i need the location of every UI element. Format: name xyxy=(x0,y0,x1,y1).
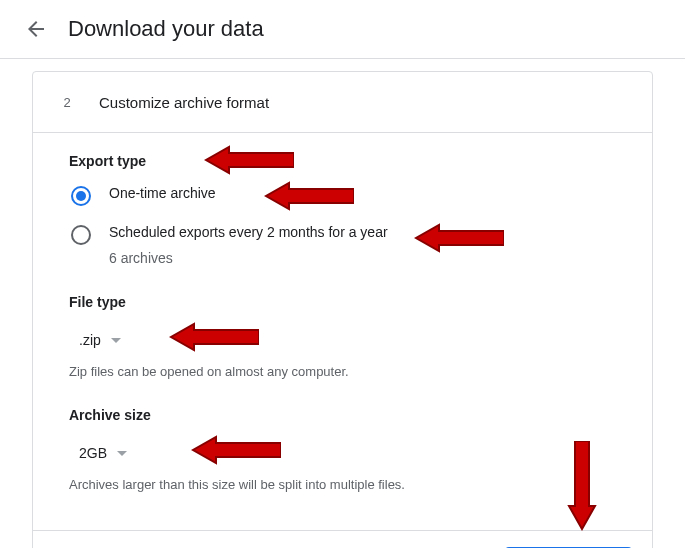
file-type-dropdown[interactable]: .zip xyxy=(69,326,131,354)
file-type-helper: Zip files can be opened on almost any co… xyxy=(69,364,616,379)
annotation-arrow-icon xyxy=(191,435,281,465)
step-number: 2 xyxy=(53,88,81,116)
annotation-arrow-icon xyxy=(169,322,259,352)
radio-icon[interactable] xyxy=(71,225,91,245)
chevron-down-icon xyxy=(117,451,127,456)
export-type-section: Export type One-time archive Scheduled e… xyxy=(69,153,616,266)
chevron-down-icon xyxy=(111,338,121,343)
app-header: Download your data xyxy=(0,0,685,59)
dropdown-value: 2GB xyxy=(79,445,107,461)
archive-size-helper: Archives larger than this size will be s… xyxy=(69,477,616,492)
archive-size-label: Archive size xyxy=(69,407,616,423)
radio-label-wrapper: Scheduled exports every 2 months for a y… xyxy=(109,224,388,266)
archive-size-dropdown[interactable]: 2GB xyxy=(69,439,137,467)
radio-icon[interactable] xyxy=(71,186,91,206)
radio-one-time[interactable]: One-time archive xyxy=(71,185,616,206)
card-body: Export type One-time archive Scheduled e… xyxy=(33,133,652,530)
export-type-radio-group: One-time archive Scheduled exports every… xyxy=(71,185,616,266)
radio-scheduled[interactable]: Scheduled exports every 2 months for a y… xyxy=(71,224,616,266)
annotation-arrow-icon xyxy=(264,181,354,211)
annotation-arrow-icon xyxy=(414,223,504,253)
file-type-label: File type xyxy=(69,294,616,310)
export-type-label: Export type xyxy=(69,153,616,169)
dropdown-value: .zip xyxy=(79,332,101,348)
file-type-section: File type .zip Zip files can be opened o… xyxy=(69,294,616,379)
archive-format-card: 2 Customize archive format Export type O… xyxy=(32,71,653,548)
step-header: 2 Customize archive format xyxy=(33,72,652,133)
archive-size-section: Archive size 2GB Archives larger than th… xyxy=(69,407,616,492)
back-arrow-icon[interactable] xyxy=(24,17,48,41)
radio-sublabel: 6 archives xyxy=(109,250,388,266)
page-title: Download your data xyxy=(68,16,264,42)
radio-label: One-time archive xyxy=(109,185,216,201)
card-footer: Create archive xyxy=(33,530,652,548)
step-title: Customize archive format xyxy=(99,94,269,111)
radio-label: Scheduled exports every 2 months for a y… xyxy=(109,224,388,240)
